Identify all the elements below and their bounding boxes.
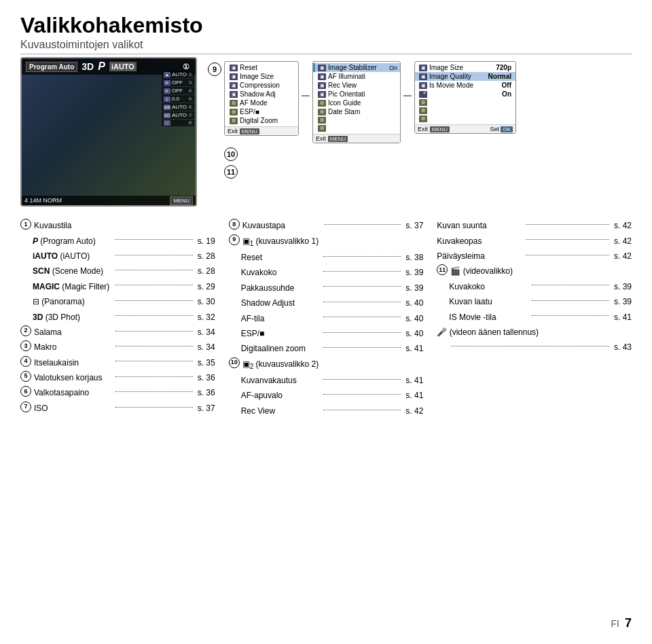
dots-makro bbox=[115, 346, 192, 346]
dots-esp bbox=[323, 332, 401, 333]
program-auto-label: Program Auto bbox=[26, 62, 77, 72]
label-itselaukaisin: Itselaukaisin bbox=[34, 356, 111, 370]
page-footer: FI 7 bbox=[611, 616, 632, 630]
menu-item-stabilizer[interactable]: ▣ Image Stabilizer On bbox=[313, 63, 400, 72]
panel3-set3: ⚙ bbox=[415, 115, 515, 123]
page-itselaukaisin: s. 35 bbox=[198, 356, 215, 370]
cam-icon-imagesize: ▣ bbox=[230, 73, 238, 80]
page-subtitle: Kuvaustoimintojen valikot bbox=[20, 39, 632, 51]
menu-button[interactable]: MENU bbox=[170, 197, 193, 204]
dots-isomovie bbox=[532, 315, 609, 316]
cam-icon-p3-size: ▣ bbox=[419, 65, 427, 71]
num-8: 8 bbox=[229, 219, 240, 230]
item-afapuvalo: AF-apuvalo s. 41 bbox=[241, 389, 424, 402]
menu-item-digitalzoom[interactable]: ⚙ Digital Zoom bbox=[225, 116, 298, 125]
menu-item-picorient[interactable]: ▣ Pic Orientati bbox=[313, 90, 400, 99]
page-esp: s. 40 bbox=[405, 327, 423, 340]
menu-item-shadowadj[interactable]: ▣ Shadow Adj bbox=[225, 90, 298, 99]
exit-btn-2[interactable]: MENU bbox=[328, 136, 348, 142]
setting-auto-1: ▲ AUTO ② bbox=[162, 71, 194, 78]
menu-item-afmode[interactable]: ⚙ AF Mode bbox=[225, 99, 298, 107]
num-2: 2 bbox=[20, 325, 31, 336]
menu-item-af-illumin[interactable]: ▣ AF Illuminati bbox=[313, 72, 400, 81]
camera-bottom-bar: 4 14M NORM MENU bbox=[22, 196, 196, 205]
page-panorama: s. 30 bbox=[198, 295, 215, 308]
label-kuvakoko2: Kuvakoko bbox=[449, 280, 526, 293]
arrow-1 bbox=[302, 95, 310, 96]
set-icon-afmode: ⚙ bbox=[230, 100, 238, 107]
page-valkotasapaino: s. 36 bbox=[198, 386, 215, 399]
exit-btn-3[interactable]: MENU bbox=[430, 126, 450, 132]
item-kuvausvalikko2: 10 ▣2 (kuvausvalikko 2) bbox=[229, 357, 424, 372]
menu-btn-label[interactable]: MENU bbox=[170, 196, 193, 205]
cam-icon-p3-mic: 🎤 bbox=[419, 91, 427, 98]
item-videon-aanen: 🎤 (videon äänen tallennus) bbox=[437, 325, 632, 339]
menu-item-imagesize[interactable]: ▣ Image Size bbox=[225, 72, 298, 81]
dots-kuvansuunta bbox=[526, 224, 609, 225]
label-pakkaussuhde: Pakkaussuhde bbox=[241, 281, 319, 295]
exit-btn-1[interactable]: MENU bbox=[240, 128, 260, 135]
panel3-set1: ⚙ bbox=[415, 99, 515, 107]
item-videovalikko: 11 🎬 (videovalikko) bbox=[437, 264, 632, 278]
label-kuvansuunta: Kuvan suunta bbox=[437, 219, 520, 232]
dots-recview bbox=[323, 410, 401, 410]
cam-icon-recview: ▣ bbox=[318, 82, 326, 89]
menu-item-esp[interactable]: ⚙ ESP/■ bbox=[225, 107, 298, 116]
page-shadowadjust: s. 40 bbox=[405, 296, 423, 310]
menu-section-9: 9 ▣ Reset ▣ Image Size ▣ Compression bbox=[208, 61, 632, 143]
dots-kuvanlaatu bbox=[532, 300, 609, 301]
page-salama: s. 34 bbox=[198, 325, 215, 339]
panel3-imagequality[interactable]: ▣ Image Quality Normal bbox=[415, 72, 515, 81]
item-salama: 2 Salama s. 34 bbox=[20, 325, 215, 339]
camera-display: Program Auto 3D P iAUTO ① ▲ AUTO ② ✕ OFF… bbox=[20, 57, 197, 207]
set-icon-esp: ⚙ bbox=[230, 109, 238, 115]
menu-footer-2: Exit MENU bbox=[313, 134, 400, 143]
item-kuvakoko2: Kuvakoko s. 39 bbox=[449, 280, 632, 293]
item-kuvakoko1: Kuvakoko s. 39 bbox=[241, 266, 424, 279]
panel3-moviemode[interactable]: ▣ Is Movie Mode Off bbox=[415, 81, 515, 90]
camera-info: 4 14M NORM bbox=[24, 197, 62, 204]
menu-item-recview[interactable]: ▣ Rec View bbox=[313, 81, 400, 90]
p3-mic-val: On bbox=[502, 90, 511, 98]
label-kuvaustila: Kuvaustila bbox=[34, 219, 215, 232]
dots-kuvakoko1 bbox=[323, 271, 401, 272]
panel3-imagesize[interactable]: ▣ Image Size 720p bbox=[415, 63, 515, 72]
label-kuvaustapa: Kuvaustapa bbox=[242, 219, 319, 232]
mode-3d-label: 3D bbox=[82, 61, 94, 72]
item-isomovie: IS Movie -tila s. 41 bbox=[449, 310, 632, 324]
menu-footer-3: Exit MENU Set OK bbox=[415, 124, 515, 133]
item-program-auto: P (Program Auto) s. 19 bbox=[33, 234, 215, 248]
menu-item-iconguide[interactable]: ⚙ Icon Guide bbox=[313, 99, 400, 107]
label-iso: ISO bbox=[34, 401, 111, 415]
menu-item-compression[interactable]: ▣ Compression bbox=[225, 81, 298, 90]
panel3-mic[interactable]: 🎤 On bbox=[415, 90, 515, 99]
page-kuvakoko1: s. 39 bbox=[405, 266, 423, 279]
menu-item-datestamp[interactable]: ⚙ Date Stam bbox=[313, 107, 400, 116]
set-icon-empty2: ⚙ bbox=[318, 125, 326, 132]
item-kuvaustapa: 8 Kuvaustapa s. 37 bbox=[229, 219, 424, 232]
item-kuvansuunta: Kuvan suunta s. 42 bbox=[437, 219, 632, 232]
page-kuvanlaatu: s. 39 bbox=[614, 295, 632, 308]
dots-afapuvalo bbox=[323, 394, 401, 395]
page-recview: s. 42 bbox=[405, 404, 423, 418]
page-program-auto: s. 19 bbox=[198, 234, 215, 248]
dots-kuvanvakautus bbox=[323, 379, 401, 380]
dots-magic bbox=[115, 285, 192, 285]
label-isomovie: IS Movie -tila bbox=[449, 310, 526, 324]
cam-icon-compression: ▣ bbox=[230, 82, 238, 89]
dots-aftila bbox=[323, 317, 401, 317]
menu-footer-1: Exit MENU bbox=[225, 126, 298, 135]
set-btn-3[interactable]: OK bbox=[501, 126, 513, 132]
item-kuvanlaatu: Kuvan laatu s. 39 bbox=[449, 295, 632, 308]
dots-scn bbox=[115, 270, 192, 270]
item-3d: 3D (3D Phot) s. 32 bbox=[33, 310, 215, 324]
label-kuvausvalikko2: ▣2 (kuvausvalikko 2) bbox=[242, 357, 424, 372]
set-icon-p3-3: ⚙ bbox=[419, 115, 427, 122]
dots-aanen bbox=[451, 346, 609, 346]
dots-panorama bbox=[115, 300, 192, 301]
p3-movie-val: Off bbox=[502, 82, 511, 89]
lang-badge: FI bbox=[611, 618, 619, 629]
num-5: 5 bbox=[20, 371, 31, 382]
item-scn: SCN (Scene Mode) s. 28 bbox=[33, 264, 215, 278]
menu-item-reset[interactable]: ▣ Reset bbox=[225, 63, 298, 72]
